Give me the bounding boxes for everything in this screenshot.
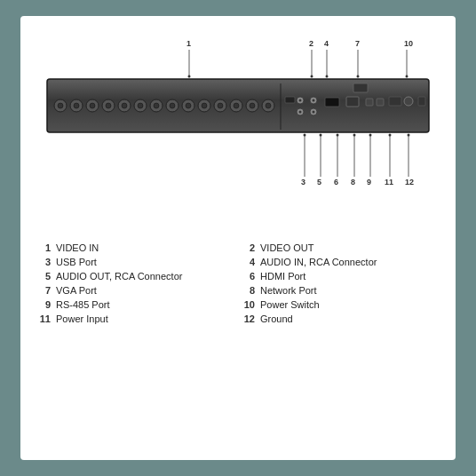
svg-point-45 bbox=[118, 99, 131, 112]
svg-rect-77 bbox=[366, 99, 373, 106]
svg-point-1 bbox=[188, 75, 191, 78]
legend-text-4: AUDIO IN, RCA Connector bbox=[260, 257, 377, 267]
legend-item-6: 6 HDMI Port bbox=[242, 270, 438, 282]
svg-text:6: 6 bbox=[334, 178, 338, 186]
legend-item-5: 5 AUDIO OUT, RCA Connector bbox=[38, 270, 234, 282]
svg-point-55 bbox=[198, 99, 210, 112]
legend-text-2: VIDEO OUT bbox=[260, 242, 314, 253]
legend-item-8: 8 Network Port bbox=[242, 284, 438, 297]
svg-point-59 bbox=[230, 99, 242, 112]
svg-point-52 bbox=[170, 103, 175, 108]
svg-point-74 bbox=[313, 111, 315, 114]
svg-point-44 bbox=[106, 103, 111, 108]
svg-text:8: 8 bbox=[351, 178, 355, 186]
legend-num-9: 9 bbox=[38, 299, 51, 310]
svg-rect-79 bbox=[353, 83, 368, 92]
svg-point-22 bbox=[337, 134, 339, 137]
svg-point-4 bbox=[311, 75, 313, 78]
svg-point-34 bbox=[408, 134, 410, 137]
svg-point-68 bbox=[299, 99, 302, 102]
svg-rect-76 bbox=[346, 97, 359, 107]
svg-rect-75 bbox=[325, 98, 339, 107]
svg-rect-82 bbox=[418, 97, 425, 106]
svg-point-61 bbox=[246, 99, 258, 112]
svg-point-50 bbox=[154, 103, 159, 108]
legend-num-5: 5 bbox=[38, 271, 51, 282]
legend-item-2: 2 VIDEO OUT bbox=[242, 242, 438, 254]
svg-text:4: 4 bbox=[324, 39, 329, 48]
svg-text:5: 5 bbox=[317, 178, 321, 186]
svg-text:1: 1 bbox=[186, 39, 191, 48]
svg-point-73 bbox=[310, 108, 317, 115]
svg-point-54 bbox=[186, 103, 191, 108]
legend-num-8: 8 bbox=[242, 285, 255, 296]
svg-text:10: 10 bbox=[404, 39, 413, 48]
legend-text-5: AUDIO OUT, RCA Connector bbox=[56, 271, 182, 282]
svg-point-19 bbox=[320, 134, 322, 137]
svg-point-38 bbox=[58, 103, 63, 108]
svg-text:11: 11 bbox=[385, 178, 393, 186]
legend-num-2: 2 bbox=[242, 242, 255, 253]
legend-item-7: 7 VGA Port bbox=[38, 284, 234, 297]
svg-point-13 bbox=[406, 75, 409, 78]
svg-point-71 bbox=[310, 97, 317, 104]
svg-point-7 bbox=[326, 75, 329, 78]
legend-text-7: VGA Port bbox=[56, 285, 97, 296]
legend-text-10: Power Switch bbox=[260, 299, 320, 310]
svg-point-48 bbox=[138, 103, 143, 108]
svg-text:9: 9 bbox=[367, 178, 371, 186]
svg-text:3: 3 bbox=[301, 178, 305, 186]
svg-point-46 bbox=[122, 103, 127, 108]
svg-point-41 bbox=[86, 99, 99, 112]
legend-item-4: 4 AUDIO IN, RCA Connector bbox=[242, 256, 438, 268]
legend-num-7: 7 bbox=[38, 285, 51, 296]
legend-text-9: RS-485 Port bbox=[56, 299, 110, 310]
legend-text-6: HDMI Port bbox=[260, 271, 305, 282]
legend-text-1: VIDEO IN bbox=[56, 242, 99, 253]
svg-rect-78 bbox=[377, 99, 384, 106]
svg-point-53 bbox=[182, 99, 194, 112]
svg-text:12: 12 bbox=[405, 178, 414, 186]
svg-point-16 bbox=[304, 134, 306, 137]
legend: 1 VIDEO IN 2 VIDEO OUT 3 USB Port 4 AUDI… bbox=[38, 242, 438, 325]
svg-point-43 bbox=[102, 99, 115, 112]
svg-point-47 bbox=[134, 99, 147, 112]
legend-num-11: 11 bbox=[38, 313, 51, 324]
svg-point-57 bbox=[214, 99, 226, 112]
legend-item-10: 10 Power Switch bbox=[242, 298, 438, 311]
legend-num-6: 6 bbox=[242, 271, 255, 282]
svg-rect-80 bbox=[389, 97, 401, 106]
legend-num-12: 12 bbox=[242, 313, 255, 324]
svg-point-37 bbox=[54, 99, 67, 112]
svg-point-58 bbox=[218, 103, 223, 108]
svg-point-39 bbox=[70, 99, 83, 112]
svg-point-42 bbox=[90, 103, 95, 108]
diagram-area: 1 2 4 7 10 3 5 bbox=[38, 30, 438, 234]
svg-point-64 bbox=[266, 103, 271, 108]
svg-point-67 bbox=[297, 97, 304, 104]
legend-item-11: 11 Power Input bbox=[38, 313, 234, 325]
svg-point-69 bbox=[297, 108, 304, 115]
svg-rect-36 bbox=[47, 79, 429, 132]
svg-point-56 bbox=[202, 103, 207, 108]
legend-item-3: 3 USB Port bbox=[38, 256, 234, 268]
svg-point-51 bbox=[166, 99, 178, 112]
svg-text:2: 2 bbox=[309, 39, 313, 48]
svg-point-31 bbox=[389, 134, 392, 137]
legend-num-3: 3 bbox=[38, 257, 51, 267]
svg-point-63 bbox=[262, 99, 274, 112]
legend-num-1: 1 bbox=[38, 242, 51, 253]
legend-text-11: Power Input bbox=[56, 313, 108, 324]
svg-point-28 bbox=[369, 134, 372, 137]
svg-point-72 bbox=[313, 99, 315, 102]
svg-point-10 bbox=[357, 75, 360, 78]
legend-item-12: 12 Ground bbox=[242, 313, 438, 325]
diagram-svg: 1 2 4 7 10 3 5 bbox=[38, 30, 438, 234]
svg-point-70 bbox=[299, 111, 302, 114]
legend-num-4: 4 bbox=[242, 257, 255, 267]
legend-text-8: Network Port bbox=[260, 285, 317, 296]
svg-point-60 bbox=[234, 103, 239, 108]
svg-point-25 bbox=[353, 134, 356, 137]
svg-text:7: 7 bbox=[355, 39, 360, 48]
legend-text-3: USB Port bbox=[56, 257, 97, 267]
